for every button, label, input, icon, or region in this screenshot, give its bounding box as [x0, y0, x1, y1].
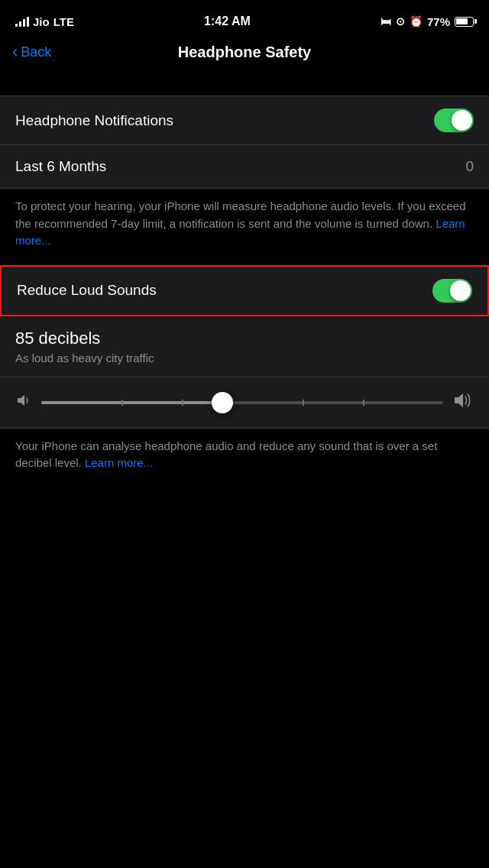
signal-bar-2 [19, 21, 21, 27]
signal-bar-1 [15, 24, 18, 27]
network-type: LTE [53, 15, 74, 28]
last-6-months-group: Last 6 Months 0 [0, 145, 489, 189]
location-icon: ⊙ [396, 15, 405, 28]
slider-tick-2 [182, 400, 183, 406]
headphone-notifications-toggle[interactable] [434, 108, 474, 132]
nav-bar: ‹ Back Headphone Safety [0, 38, 489, 73]
headphone-notifications-group: Headphone Notifications [0, 96, 489, 145]
signal-bar-3 [23, 19, 25, 27]
reduce-loud-sounds-group: Reduce Loud Sounds [0, 265, 489, 316]
battery-percent: 77% [427, 15, 450, 28]
last-6-months-row: Last 6 Months 0 [0, 145, 489, 188]
reduce-loud-sounds-label: Reduce Loud Sounds [17, 282, 157, 299]
back-label: Back [21, 44, 51, 60]
slider-track[interactable] [41, 401, 443, 404]
carrier-label: Jio [33, 15, 50, 28]
battery-icon [455, 17, 474, 27]
back-button[interactable]: ‹ Back [12, 44, 51, 60]
last-6-months-label: Last 6 Months [15, 158, 106, 175]
status-left: Jio LTE [15, 15, 74, 28]
slider-tick-1 [121, 400, 123, 406]
signal-bar-4 [27, 17, 29, 27]
learn-more-link-2[interactable]: Learn more... [85, 456, 153, 469]
reduce-loud-sounds-toggle[interactable] [432, 279, 472, 303]
page-title: Headphone Safety [178, 44, 311, 61]
toggle-knob [452, 110, 472, 131]
volume-low-icon [15, 392, 32, 413]
volume-high-icon [452, 390, 474, 416]
alarm-icon: ⏰ [410, 15, 423, 28]
headphone-notifications-label: Headphone Notifications [15, 112, 173, 129]
back-chevron-icon: ‹ [12, 44, 18, 60]
slider-tick-4 [363, 400, 364, 406]
toggle-knob-2 [450, 280, 471, 301]
status-time: 1:42 AM [204, 15, 251, 28]
decibel-description: As loud as heavy city traffic [0, 351, 489, 377]
slider-fill [41, 401, 222, 404]
status-right: 🛏 ⊙ ⏰ 77% [381, 15, 474, 28]
battery-fill [456, 18, 468, 24]
decibel-section: 85 decibels As loud as heavy city traffi… [0, 316, 489, 377]
slider-thumb[interactable] [212, 392, 233, 413]
last-6-months-value: 0 [465, 158, 474, 175]
description-text: To protect your hearing, your iPhone wil… [15, 198, 474, 250]
description-area: To protect your hearing, your iPhone wil… [0, 189, 489, 265]
volume-slider-row [0, 377, 489, 429]
bed-icon: 🛏 [381, 15, 391, 28]
bottom-description-text: Your iPhone can analyse headphone audio … [15, 438, 474, 472]
battery-container [455, 17, 474, 27]
status-bar: Jio LTE 1:42 AM 🛏 ⊙ ⏰ 77% [0, 0, 489, 38]
reduce-loud-sounds-row: Reduce Loud Sounds [2, 267, 487, 315]
slider-tick-3 [303, 400, 304, 406]
bottom-description: Your iPhone can analyse headphone audio … [0, 429, 489, 487]
headphone-notifications-row: Headphone Notifications [0, 96, 489, 144]
decibel-value: 85 decibels [0, 316, 489, 351]
signal-bars [15, 16, 29, 27]
